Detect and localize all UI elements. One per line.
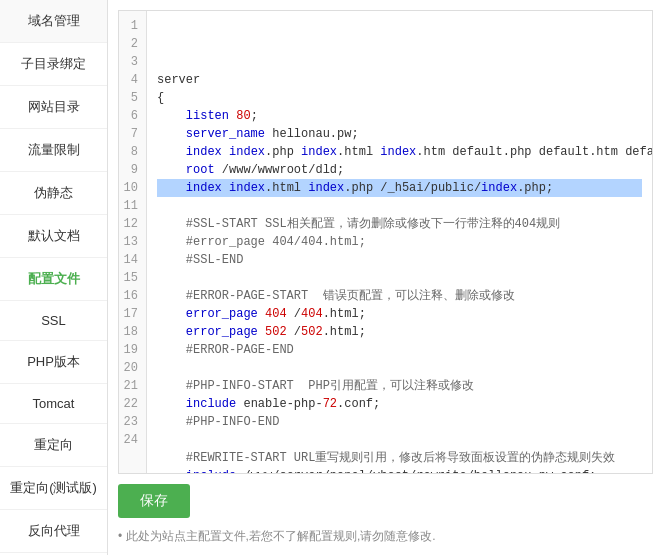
code-line-4: server_name hellonau.pw; bbox=[157, 125, 642, 143]
line-number-11: 11 bbox=[123, 197, 142, 215]
sidebar-item-PHP版本[interactable]: PHP版本 bbox=[0, 341, 107, 384]
line-number-9: 9 bbox=[123, 161, 142, 179]
code-line-1: server bbox=[157, 71, 642, 89]
line-number-2: 2 bbox=[123, 35, 142, 53]
code-line-16: #ERROR-PAGE-END bbox=[157, 341, 642, 359]
line-number-15: 15 bbox=[123, 269, 142, 287]
sidebar-item-配置文件[interactable]: 配置文件 bbox=[0, 258, 107, 301]
line-number-19: 19 bbox=[123, 341, 142, 359]
main-content: 123456789101112131415161718192021222324 … bbox=[108, 0, 663, 555]
code-line-15: error_page 502 /502.html; bbox=[157, 323, 642, 341]
sidebar-item-重定向(测试版)[interactable]: 重定向(测试版) bbox=[0, 467, 107, 510]
line-numbers: 123456789101112131415161718192021222324 bbox=[119, 11, 147, 473]
sidebar-item-伪静态[interactable]: 伪静态 bbox=[0, 172, 107, 215]
line-number-4: 4 bbox=[123, 71, 142, 89]
line-number-22: 22 bbox=[123, 395, 142, 413]
sidebar-item-Tomcat[interactable]: Tomcat bbox=[0, 384, 107, 424]
line-number-16: 16 bbox=[123, 287, 142, 305]
save-section: 保存 bbox=[118, 484, 653, 518]
line-number-20: 20 bbox=[123, 359, 142, 377]
sidebar-item-重定向[interactable]: 重定向 bbox=[0, 424, 107, 467]
code-line-20: #PHP-INFO-END bbox=[157, 413, 642, 431]
line-number-1: 1 bbox=[123, 17, 142, 35]
code-line-12 bbox=[157, 269, 642, 287]
code-line-8 bbox=[157, 197, 642, 215]
code-editor[interactable]: 123456789101112131415161718192021222324 … bbox=[118, 10, 653, 474]
code-content[interactable]: server{ listen 80; server_name hellonau.… bbox=[147, 11, 652, 473]
line-number-17: 17 bbox=[123, 305, 142, 323]
sidebar-item-流量限制[interactable]: 流量限制 bbox=[0, 129, 107, 172]
save-button[interactable]: 保存 bbox=[118, 484, 190, 518]
line-number-5: 5 bbox=[123, 89, 142, 107]
code-line-10: #error_page 404/404.html; bbox=[157, 233, 642, 251]
code-line-19: include enable-php-72.conf; bbox=[157, 395, 642, 413]
code-line-13: #ERROR-PAGE-START 错误页配置，可以注释、删除或修改 bbox=[157, 287, 642, 305]
code-line-21 bbox=[157, 431, 642, 449]
line-number-23: 23 bbox=[123, 413, 142, 431]
line-number-3: 3 bbox=[123, 53, 142, 71]
code-line-2: { bbox=[157, 89, 642, 107]
code-line-9: #SSL-START SSL相关配置，请勿删除或修改下一行带注释的404规则 bbox=[157, 215, 642, 233]
code-line-18: #PHP-INFO-START PHP引用配置，可以注释或修改 bbox=[157, 377, 642, 395]
sidebar-item-子目录绑定[interactable]: 子目录绑定 bbox=[0, 43, 107, 86]
line-number-24: 24 bbox=[123, 431, 142, 449]
code-line-3: listen 80; bbox=[157, 107, 642, 125]
line-number-7: 7 bbox=[123, 125, 142, 143]
line-number-6: 6 bbox=[123, 107, 142, 125]
sidebar-item-网站目录[interactable]: 网站目录 bbox=[0, 86, 107, 129]
code-line-11: #SSL-END bbox=[157, 251, 642, 269]
sidebar-item-SSL[interactable]: SSL bbox=[0, 301, 107, 341]
line-number-13: 13 bbox=[123, 233, 142, 251]
code-line-5: index index.php index.html index.htm def… bbox=[157, 143, 642, 161]
sidebar-item-反向代理[interactable]: 反向代理 bbox=[0, 510, 107, 553]
line-number-14: 14 bbox=[123, 251, 142, 269]
line-number-18: 18 bbox=[123, 323, 142, 341]
line-number-12: 12 bbox=[123, 215, 142, 233]
sidebar-item-域名管理[interactable]: 域名管理 bbox=[0, 0, 107, 43]
code-line-17 bbox=[157, 359, 642, 377]
code-line-7: index index.html index.php /_h5ai/public… bbox=[157, 179, 642, 197]
line-number-8: 8 bbox=[123, 143, 142, 161]
code-line-22: #REWRITE-START URL重写规则引用，修改后将导致面板设置的伪静态规… bbox=[157, 449, 642, 467]
code-line-6: root /www/wwwroot/dld; bbox=[157, 161, 642, 179]
code-line-14: error_page 404 /404.html; bbox=[157, 305, 642, 323]
sidebar-item-默认文档[interactable]: 默认文档 bbox=[0, 215, 107, 258]
code-line-23: include /www/server/panel/vhost/rewrite/… bbox=[157, 467, 642, 473]
line-number-10: 10 bbox=[123, 179, 142, 197]
sidebar: 域名管理子目录绑定网站目录流量限制伪静态默认文档配置文件SSLPHP版本Tomc… bbox=[0, 0, 108, 555]
line-number-21: 21 bbox=[123, 377, 142, 395]
warning-text: 此处为站点主配置文件,若您不了解配置规则,请勿随意修改. bbox=[118, 528, 653, 545]
